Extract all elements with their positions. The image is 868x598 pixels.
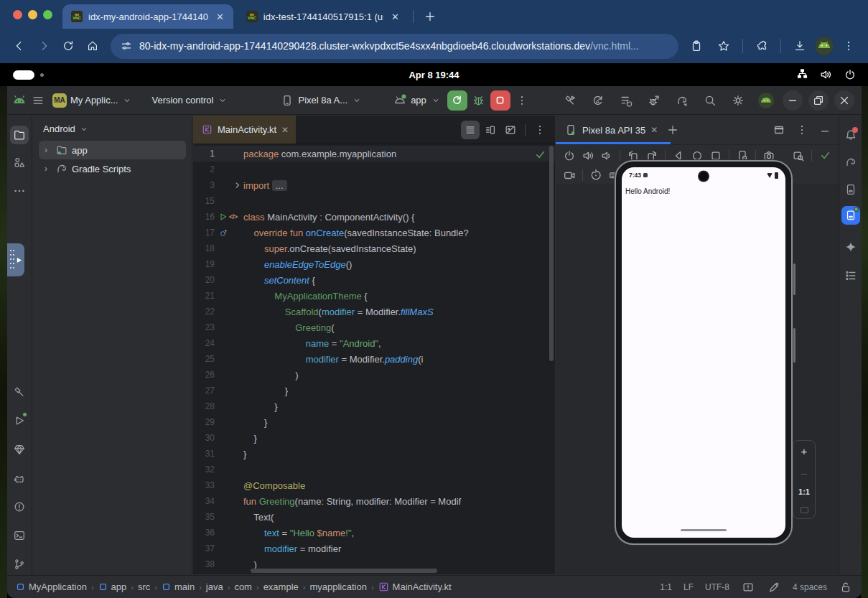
downloads-icon[interactable] [788,34,812,58]
window-restore-icon[interactable] [808,90,829,111]
device-selector[interactable]: Pixel 8a A... [275,90,366,111]
stop-button[interactable] [490,90,510,111]
novnc-handle[interactable] [7,243,24,276]
attach-debugger-bug-icon[interactable] [645,91,663,110]
screen-record-icon[interactable] [560,166,579,184]
breadcrumb-item[interactable]: main [162,581,195,592]
preview-image-icon[interactable] [501,121,520,139]
volume-down-icon[interactable] [597,146,616,165]
code-line-17[interactable]: 17 override fun onCreate(savedInstanceSt… [193,225,555,240]
status-widget[interactable]: LF [683,582,694,592]
tree-item-app[interactable]: ›app [39,141,186,159]
code-line-1[interactable]: 1package com.example.myapplication [193,146,555,162]
breadcrumb-item[interactable]: MyApplication [16,581,87,592]
logcat-cat-icon[interactable] [10,469,29,487]
editor-tab-mainactivity[interactable]: MainActivity.kt ✕ [193,116,296,144]
settings-gear-icon[interactable] [729,91,747,110]
problems-icon[interactable] [10,497,29,516]
terminal-icon[interactable] [10,526,29,545]
code-editor[interactable]: 1package com.example.myapplication23impo… [193,146,555,574]
new-tab-button[interactable] [418,4,442,29]
breadcrumb-item[interactable]: src [138,581,150,592]
code-line-2[interactable]: 2 [193,162,555,177]
expand-chevron-icon[interactable]: › [45,164,52,174]
code-line-33[interactable]: 33@Composable [193,477,555,493]
bookmark-star-icon[interactable] [711,34,736,58]
tab-close-icon[interactable]: ✕ [281,125,289,135]
close-window-button[interactable] [13,10,22,19]
profiler-lines-icon[interactable] [617,91,635,110]
code-line-28[interactable]: 28 } [193,398,555,414]
debug-button[interactable] [470,91,488,110]
project-view-selector[interactable]: Android [33,116,192,141]
build-hammer-icon[interactable] [10,383,29,401]
breadcrumb-item[interactable]: app [98,581,127,592]
device-tab[interactable]: Pixel 8a API 35 ✕ [556,116,663,144]
compose-preview-icon[interactable]: </> [229,213,238,220]
code-line-26[interactable]: 26 ) [193,367,555,383]
code-line-35[interactable]: 35 Text( [193,509,555,525]
code-line-21[interactable]: 21 MyApplicationTheme { [193,288,555,304]
tree-item-gradle-scripts[interactable]: ›Gradle Scripts [39,159,186,178]
status-widget[interactable]: UTF-8 [705,582,729,592]
fit-to-window-icon[interactable] [801,507,808,513]
search-icon[interactable] [701,91,719,110]
clipboard-icon[interactable] [684,34,709,58]
zoom-ratio-button[interactable]: 1:1 [798,488,810,496]
volume-up-icon[interactable] [579,146,597,165]
project-widget[interactable]: MA My Applic... [47,90,136,111]
rerun-button[interactable] [447,90,467,111]
status-widget[interactable]: 1:1 [660,582,672,592]
reader-mode-icon[interactable] [741,580,755,594]
window-close-icon[interactable] [834,90,854,111]
site-settings-icon[interactable] [121,40,132,52]
unlocked-icon[interactable] [839,580,853,594]
toolbar-more-icon[interactable] [513,91,531,110]
profile-avatar[interactable] [815,37,834,55]
extensions-icon[interactable] [750,34,774,58]
run-config-selector[interactable]: app [388,90,445,111]
float-window-icon[interactable] [770,121,788,139]
home-icon[interactable] [80,34,105,58]
emulator-screen[interactable]: 7:43 Hello Android! [622,167,785,538]
code-line-32[interactable]: 32 [193,462,555,477]
code-line-37[interactable]: 37 modifier = modifier [193,541,555,556]
project-folder-icon[interactable] [10,126,29,144]
version-branch-icon[interactable] [10,555,29,574]
inspection-ok-icon[interactable] [534,149,546,161]
expand-chevron-icon[interactable]: › [45,145,52,155]
code-line-16[interactable]: 16</>class MainActivity : ComponentActiv… [193,209,555,225]
vcs-widget[interactable]: Version control [146,90,232,111]
maximize-window-button[interactable] [43,10,52,19]
back-icon[interactable] [7,34,32,58]
minimize-window-button[interactable] [28,10,37,19]
breadcrumb-item[interactable]: example [263,581,299,592]
browser-tab-1[interactable]: noVNC idx-my-android-app-1744140 ✕ [62,4,233,29]
power-icon[interactable] [560,146,579,165]
insights-diamond-icon[interactable] [10,440,29,459]
code-line-29[interactable]: 29 } [193,414,555,430]
notifications-bell-icon[interactable] [841,126,860,144]
address-bar[interactable]: 80-idx-my-android-app-1744140290428.clus… [111,34,678,59]
code-line-18[interactable]: 18 super.onCreate(savedInstanceState) [193,240,555,256]
code-line-36[interactable]: 36 text = "Hello $name!", [193,525,555,541]
overriding-method-icon[interactable] [219,228,228,238]
kebab-icon[interactable] [793,121,811,139]
gradle-elephant-icon[interactable] [841,153,860,172]
run-play-icon[interactable] [10,411,29,430]
resource-shapes-icon[interactable] [10,153,29,172]
code-line-23[interactable]: 23 Greeting( [193,319,555,335]
forward-icon[interactable] [32,34,56,58]
structure-list-icon[interactable] [841,266,860,285]
code-line-30[interactable]: 30 } [193,430,555,446]
browser-menu-icon[interactable] [836,34,861,58]
breadcrumb-item[interactable]: MainActivity.kt [378,581,452,592]
window-minimize-icon[interactable] [783,90,803,111]
code-line-15[interactable]: 15 [193,193,555,209]
code-line-27[interactable]: 27 } [193,383,555,398]
code-line-31[interactable]: 31} [193,446,555,462]
code-line-34[interactable]: 34fun Greeting(name: String, modifier: M… [193,493,555,509]
zoom-mode-icon[interactable] [789,146,808,165]
main-menu-icon[interactable] [29,91,47,110]
gemini-sparkle-icon[interactable] [841,238,860,256]
